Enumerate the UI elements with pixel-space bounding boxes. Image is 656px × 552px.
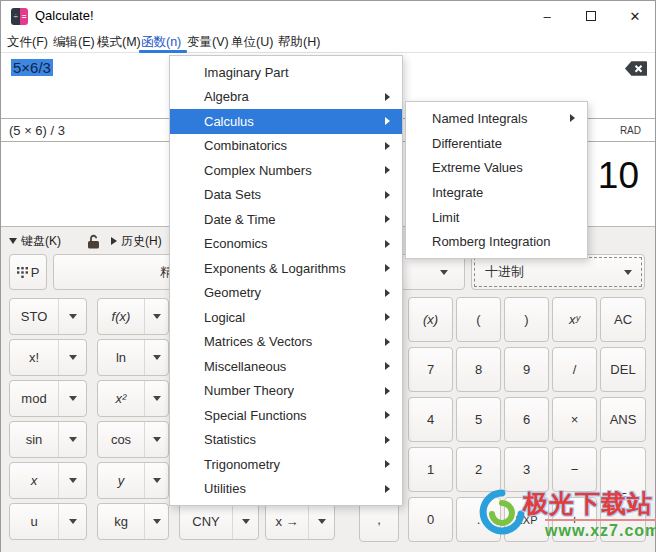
menu-edit[interactable]: 编辑(E) bbox=[53, 33, 95, 51]
dropdown-arrow-icon[interactable] bbox=[144, 504, 168, 539]
key-sto[interactable]: STO bbox=[9, 298, 87, 335]
collapse-arrow-icon bbox=[9, 238, 17, 244]
menu-item-imaginary-part[interactable]: Imaginary Part bbox=[170, 60, 402, 85]
key-delete[interactable]: DEL bbox=[600, 347, 646, 392]
key-0[interactable]: 0 bbox=[408, 497, 453, 542]
submenu-arrow-icon bbox=[385, 117, 390, 125]
dropdown-arrow-icon[interactable] bbox=[232, 504, 258, 539]
key-divide[interactable]: / bbox=[552, 347, 597, 392]
menu-item-algebra[interactable]: Algebra bbox=[170, 85, 402, 110]
minimize-button[interactable]: – bbox=[525, 1, 569, 31]
watermark-logo-icon bbox=[479, 489, 525, 541]
key-convert[interactable]: x → bbox=[265, 503, 335, 540]
menu-item-special-functions[interactable]: Special Functions bbox=[170, 403, 402, 428]
dropdown-arrow-icon[interactable] bbox=[58, 463, 86, 498]
submenu-item-romberg-integration[interactable]: Romberg Integration bbox=[406, 229, 587, 254]
key-mod[interactable]: mod bbox=[9, 380, 87, 417]
tab-keyboard[interactable]: 键盘(K) bbox=[9, 232, 61, 250]
menu-item-exponents-logarithms[interactable]: Exponents & Logarithms bbox=[170, 256, 402, 281]
keypad-mode-button[interactable]: P bbox=[9, 254, 47, 290]
key-var-y[interactable]: y bbox=[97, 462, 169, 499]
tab-history[interactable]: 历史(H) bbox=[111, 232, 162, 250]
menu-item-economics[interactable]: Economics bbox=[170, 232, 402, 257]
close-button[interactable]: ✕ bbox=[613, 1, 656, 31]
submenu-arrow-icon bbox=[385, 436, 390, 444]
menu-item-date-time[interactable]: Date & Time bbox=[170, 207, 402, 232]
menu-item-calculus[interactable]: Calculus bbox=[170, 109, 402, 134]
menu-item-utilities[interactable]: Utilities bbox=[170, 477, 402, 502]
keyboard-lock-icon[interactable] bbox=[87, 232, 100, 250]
app-window: ÷ = Qalculate! – ✕ 文件(F) 编辑(E) 模式(M) 函数(… bbox=[0, 0, 656, 552]
menu-functions[interactable]: 函数(n) bbox=[141, 33, 181, 51]
menu-mode[interactable]: 模式(M) bbox=[97, 33, 141, 51]
dropdown-arrow-icon[interactable] bbox=[144, 422, 168, 457]
menu-file[interactable]: 文件(F) bbox=[7, 33, 48, 51]
key-multiply[interactable]: × bbox=[552, 397, 597, 442]
window-title: Qalculate! bbox=[35, 8, 94, 23]
key-x-squared[interactable]: x² bbox=[97, 380, 169, 417]
maximize-button[interactable] bbox=[569, 1, 613, 31]
key-8[interactable]: 8 bbox=[456, 347, 501, 392]
dropdown-arrow-icon[interactable] bbox=[308, 504, 334, 539]
key-cos[interactable]: cos bbox=[97, 421, 169, 458]
submenu-item-differentiate[interactable]: Differentiate bbox=[406, 131, 587, 156]
key-unit-u[interactable]: u bbox=[9, 503, 87, 540]
key-answer[interactable]: ANS bbox=[600, 397, 646, 442]
key-var-x[interactable]: x bbox=[9, 462, 87, 499]
key-7[interactable]: 7 bbox=[408, 347, 453, 392]
input-expression-selected[interactable]: 5×6/3 bbox=[11, 59, 53, 76]
key-currency-cny[interactable]: CNY bbox=[179, 503, 259, 540]
menu-item-combinatorics[interactable]: Combinatorics bbox=[170, 134, 402, 159]
key-power[interactable]: xʸ bbox=[552, 297, 597, 342]
dropdown-arrow-icon[interactable] bbox=[58, 504, 86, 539]
display-mode-dropdown[interactable] bbox=[397, 254, 465, 290]
dropdown-arrow-icon[interactable] bbox=[58, 422, 86, 457]
app-icon: ÷ = bbox=[11, 8, 28, 25]
key-right-paren[interactable]: ) bbox=[504, 297, 549, 342]
menu-item-geometry[interactable]: Geometry bbox=[170, 281, 402, 306]
key-unit-kg[interactable]: kg bbox=[97, 503, 169, 540]
menu-help[interactable]: 帮助(H) bbox=[278, 33, 320, 51]
menu-item-trigonometry[interactable]: Trigonometry bbox=[170, 452, 402, 477]
key-factorial[interactable]: x! bbox=[9, 339, 87, 376]
dropdown-arrow-icon[interactable] bbox=[58, 340, 86, 375]
submenu-item-extreme-values[interactable]: Extreme Values bbox=[406, 155, 587, 180]
key-6[interactable]: 6 bbox=[504, 397, 549, 442]
submenu-arrow-icon bbox=[385, 264, 390, 272]
key-ln[interactable]: ln bbox=[97, 339, 169, 376]
dropdown-arrow-icon[interactable] bbox=[144, 340, 168, 375]
dropdown-arrow-icon[interactable] bbox=[144, 299, 168, 334]
watermark-site-url: www.xz7.com bbox=[545, 519, 656, 540]
submenu-item-integrate[interactable]: Integrate bbox=[406, 180, 587, 205]
menu-item-miscellaneous[interactable]: Miscellaneous bbox=[170, 354, 402, 379]
key-all-clear[interactable]: AC bbox=[600, 297, 646, 342]
key-apply-function[interactable]: (x) bbox=[408, 297, 453, 342]
key-sin[interactable]: sin bbox=[9, 421, 87, 458]
key-5[interactable]: 5 bbox=[456, 397, 501, 442]
app-icon-left: ÷ bbox=[11, 8, 20, 25]
number-base-dropdown[interactable]: 十进制 bbox=[471, 254, 645, 290]
menu-item-logical[interactable]: Logical bbox=[170, 305, 402, 330]
dropdown-arrow-icon[interactable] bbox=[144, 463, 168, 498]
dropdown-arrow-icon[interactable] bbox=[144, 381, 168, 416]
angle-mode-indicator[interactable]: RAD bbox=[620, 125, 641, 136]
submenu-item-named-integrals[interactable]: Named Integrals bbox=[406, 106, 587, 131]
backspace-icon[interactable] bbox=[625, 60, 647, 81]
key-left-paren[interactable]: ( bbox=[456, 297, 501, 342]
menu-item-complex-numbers[interactable]: Complex Numbers bbox=[170, 158, 402, 183]
dropdown-arrow-icon[interactable] bbox=[58, 299, 86, 334]
menu-variables[interactable]: 变量(V) bbox=[187, 33, 229, 51]
key-1[interactable]: 1 bbox=[408, 447, 453, 492]
menu-item-number-theory[interactable]: Number Theory bbox=[170, 379, 402, 404]
dropdown-arrow-icon[interactable] bbox=[58, 381, 86, 416]
menu-item-data-sets[interactable]: Data Sets bbox=[170, 183, 402, 208]
number-base-label: 十进制 bbox=[485, 263, 524, 281]
menu-item-statistics[interactable]: Statistics bbox=[170, 428, 402, 453]
key-function[interactable]: f(x) bbox=[97, 298, 169, 335]
key-9[interactable]: 9 bbox=[504, 347, 549, 392]
submenu-item-limit[interactable]: Limit bbox=[406, 205, 587, 230]
menu-item-matrices-vectors[interactable]: Matrices & Vectors bbox=[170, 330, 402, 355]
calculus-submenu: Named Integrals Differentiate Extreme Va… bbox=[405, 101, 588, 259]
key-4[interactable]: 4 bbox=[408, 397, 453, 442]
menu-units[interactable]: 单位(U) bbox=[231, 33, 273, 51]
